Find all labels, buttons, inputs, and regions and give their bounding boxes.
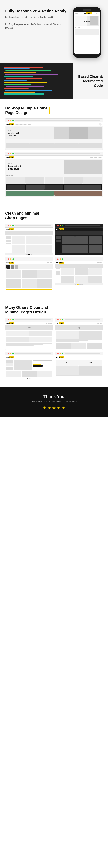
browser-bar-2 bbox=[5, 152, 103, 156]
page-3 bbox=[31, 254, 32, 255]
pn7 bbox=[50, 357, 52, 358]
blog-1 bbox=[56, 331, 79, 339]
surl4 bbox=[64, 259, 101, 259]
hero-1: $99.99 look hot with 2018 style bbox=[6, 127, 102, 139]
other-pages-title: Many Others Clean and Minimal Pages Desi… bbox=[5, 305, 103, 314]
main-product-img bbox=[14, 360, 32, 370]
home-screenshot-1: BOSHOP $99.99 l bbox=[5, 119, 103, 150]
shop-bar-2 bbox=[55, 224, 103, 227]
product-images bbox=[6, 360, 52, 370]
stat-2: 259 bbox=[79, 360, 102, 366]
page-header-4: BOSHOP bbox=[55, 355, 103, 359]
shop-logo-2: BOSHOP bbox=[56, 228, 64, 230]
pg42-active bbox=[77, 284, 79, 285]
blog-text-2 bbox=[56, 340, 88, 341]
phone-product-grid bbox=[75, 29, 99, 35]
hero-headline-2: look hot with 2018 style bbox=[8, 165, 22, 170]
sg44 bbox=[61, 276, 74, 283]
phone-sub-text: Best Collection Arrived bbox=[75, 27, 99, 29]
shop-body-1 bbox=[5, 236, 53, 253]
sn1 bbox=[45, 229, 47, 229]
yellow-accent-2 bbox=[40, 212, 42, 219]
ss9 bbox=[56, 241, 61, 242]
shop-header-4: BOSHOP bbox=[55, 261, 103, 264]
other-title-line2: Minimal Pages Design bbox=[5, 310, 46, 314]
phone-mockup: $99.99 BOSHOP look hot with 2018 style bbox=[71, 7, 103, 58]
filter-item-3 bbox=[15, 265, 18, 269]
shop-nav-4 bbox=[97, 262, 102, 263]
pd9 bbox=[12, 353, 14, 354]
max-dot-2 bbox=[12, 153, 14, 154]
pd5 bbox=[60, 319, 61, 320]
page-nav-3 bbox=[48, 357, 52, 358]
sg41 bbox=[61, 268, 74, 275]
shop-screenshot-4: BOSHOP Shop / Category bbox=[55, 257, 103, 291]
page-screenshot-4: BOSHOP 311 259 bbox=[55, 352, 103, 380]
dark-item-2 bbox=[26, 185, 44, 190]
code-text-section: Based Clean & Documented Code bbox=[73, 63, 108, 99]
color-blocks bbox=[6, 191, 102, 195]
pn9 bbox=[100, 357, 102, 358]
code-line-10 bbox=[3, 84, 31, 85]
section-label-1: Best Collection bbox=[6, 140, 102, 143]
sg42 bbox=[75, 268, 88, 275]
sp1 bbox=[12, 237, 25, 244]
shop-body-2 bbox=[55, 236, 103, 253]
nav-item-4 bbox=[28, 124, 31, 125]
thank-you-title: Thank You bbox=[5, 394, 103, 399]
blog-2 bbox=[79, 331, 102, 339]
sd7 bbox=[7, 258, 9, 260]
phone-notch bbox=[83, 9, 91, 10]
sn4 bbox=[94, 229, 96, 229]
site-body-1: $99.99 look hot with 2018 style Best Col… bbox=[5, 126, 103, 150]
header-right bbox=[99, 123, 102, 125]
page-bar-2 bbox=[55, 318, 103, 322]
nav-2 bbox=[90, 157, 102, 158]
shop-screenshot-3: BOSHOP bbox=[5, 257, 53, 291]
shop-bar-3 bbox=[5, 257, 53, 261]
yellow-accent-1 bbox=[49, 107, 50, 114]
header-left: BOSHOP bbox=[6, 123, 31, 125]
blog-imgs bbox=[56, 343, 102, 349]
page-content-2 bbox=[55, 330, 103, 350]
page-bar-1 bbox=[5, 318, 53, 322]
stat-1: 311 bbox=[56, 360, 79, 366]
pg-text-1 bbox=[56, 375, 102, 376]
shop-bar-4 bbox=[55, 257, 103, 261]
sd6 bbox=[62, 225, 63, 226]
pn2 bbox=[48, 323, 50, 323]
thumb-1 bbox=[6, 360, 13, 363]
code-label: Based Clean & Documented Code bbox=[78, 74, 103, 88]
sd10 bbox=[57, 258, 59, 260]
other-row-2: BOSHOP bbox=[5, 352, 103, 380]
sb46 bbox=[56, 275, 60, 275]
pg41 bbox=[75, 284, 76, 285]
shop-header-1: BOSHOP bbox=[5, 227, 53, 231]
shop-header-3: BOSHOP bbox=[5, 261, 53, 264]
dark-item-3 bbox=[45, 185, 63, 190]
site-logo-2: BOSHOP bbox=[6, 156, 15, 158]
page-header-1: BOSHOP bbox=[5, 322, 53, 325]
pb3 bbox=[6, 337, 29, 342]
pd12 bbox=[62, 353, 63, 354]
pn5 bbox=[100, 323, 102, 323]
site-header-1: BOSHOP bbox=[5, 122, 103, 126]
dark-item-4 bbox=[64, 185, 101, 190]
nav-2a bbox=[90, 157, 93, 158]
responsive-title: Fully Responsive & Retina Ready bbox=[5, 9, 68, 13]
sb42 bbox=[56, 270, 60, 271]
page-hero-2: Blog bbox=[55, 325, 103, 330]
product-1d bbox=[78, 143, 102, 149]
shop-section: Clean and Minimal Shop Pages BOSHOP Shop bbox=[0, 204, 108, 298]
filter-item-2 bbox=[10, 265, 14, 269]
product-info bbox=[33, 360, 52, 370]
bi1 bbox=[56, 343, 71, 349]
shop-header-2: BOSHOP bbox=[55, 227, 103, 231]
sn3 bbox=[50, 229, 52, 229]
code-line-7 bbox=[6, 78, 43, 79]
sp5 bbox=[26, 245, 38, 253]
phone-outer: $99.99 BOSHOP look hot with 2018 style bbox=[73, 7, 101, 58]
code-line-14 bbox=[3, 92, 35, 93]
ss1 bbox=[6, 237, 11, 238]
cart-icon bbox=[99, 123, 102, 125]
